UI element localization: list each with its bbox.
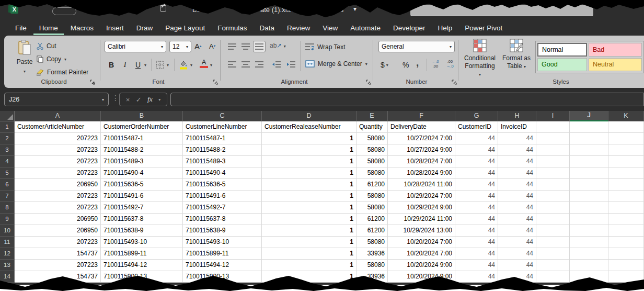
cell-J10[interactable] [570, 225, 608, 237]
align-left-button[interactable] [226, 59, 238, 70]
increase-indent-button[interactable] [284, 59, 297, 70]
cell-D8[interactable]: 1 [262, 202, 356, 214]
column-header-K[interactable]: K [608, 111, 644, 121]
cell-J13[interactable] [570, 260, 608, 271]
tab-page-layout[interactable]: Page Layout [159, 22, 211, 35]
cell-H5[interactable]: 44 [498, 167, 536, 179]
cell-K2[interactable] [608, 133, 644, 144]
cell-J3[interactable] [570, 144, 608, 156]
tab-data[interactable]: Data [254, 22, 280, 35]
column-header-B[interactable]: B [101, 111, 183, 121]
cell-D4[interactable]: 1 [262, 156, 356, 167]
cell-F7[interactable]: 10/29/2024 7:00 [388, 191, 455, 202]
decrease-decimal-button[interactable]: .00 →.0 [446, 59, 454, 69]
cell-A9[interactable]: 206950 [15, 214, 101, 225]
italic-button[interactable]: I [121, 59, 129, 71]
cell-H1[interactable]: InvoiceID [498, 121, 536, 133]
cell-E2[interactable]: 58080 [356, 133, 388, 144]
cell-B14[interactable]: 7100115900-13 [101, 271, 183, 283]
cell-K14[interactable] [608, 271, 644, 283]
cell-G2[interactable]: 44 [455, 133, 498, 144]
cell-F8[interactable]: 10/29/2024 9:00 [388, 202, 455, 214]
tab-formulas[interactable]: Formulas [212, 22, 252, 35]
cell-C4[interactable]: 7100115489-3 [183, 156, 262, 167]
cell-E10[interactable]: 61200 [356, 225, 388, 237]
cell-C13[interactable]: 7100115494-12 [183, 260, 262, 271]
tab-view[interactable]: View [317, 22, 343, 35]
decrease-indent-button[interactable] [270, 59, 282, 70]
clipboard-dialog-launcher-icon[interactable] [90, 80, 96, 85]
align-top-button[interactable] [226, 41, 238, 52]
cell-D14[interactable]: 1 [262, 271, 356, 283]
cell-I7[interactable] [536, 191, 570, 202]
cell-I13[interactable] [536, 260, 570, 271]
cell-D11[interactable]: 1 [262, 237, 356, 248]
cell-K1[interactable] [608, 121, 644, 133]
tab-review[interactable]: Review [281, 22, 316, 35]
enter-button[interactable]: ✓ [136, 96, 142, 104]
cell-I9[interactable] [536, 214, 570, 225]
formula-input[interactable] [170, 93, 644, 106]
cell-A2[interactable]: 207223 [15, 133, 101, 144]
fx-chevron-icon[interactable]: ▾ [158, 97, 160, 102]
cell-J1[interactable] [570, 121, 608, 133]
align-bottom-button[interactable] [253, 41, 266, 52]
cell-F10[interactable]: 10/29/2024 13:00 [388, 225, 455, 237]
cell-C1[interactable]: CustomerLineNumber [183, 121, 262, 133]
cell-B8[interactable]: 7100115492-7 [101, 202, 183, 214]
fill-color-chevron-icon[interactable]: ▾ [190, 63, 192, 68]
underline-button[interactable]: U [134, 59, 142, 71]
font-dialog-launcher-icon[interactable] [213, 80, 218, 85]
column-header-G[interactable]: G [455, 111, 498, 121]
row-header-11[interactable]: 11 [0, 237, 15, 248]
cell-G1[interactable]: CustomerID [455, 121, 498, 133]
cell-J4[interactable] [570, 156, 608, 167]
title-dropdown-chevron-icon[interactable]: ▾ [353, 5, 356, 13]
increase-font-size-button[interactable]: A▴ [194, 40, 202, 52]
cell-K3[interactable] [608, 144, 644, 156]
cell-I1[interactable] [536, 121, 570, 133]
column-header-J[interactable]: J [570, 111, 608, 121]
cell-D9[interactable]: 1 [262, 214, 356, 225]
number-dialog-launcher-icon[interactable] [452, 80, 457, 85]
cell-J5[interactable] [570, 167, 608, 179]
format-painter-button[interactable]: Format Painter [37, 67, 88, 77]
decrease-font-size-button[interactable]: A▾ [209, 40, 215, 52]
cell-E9[interactable]: 61200 [356, 214, 388, 225]
cell-A10[interactable]: 206950 [15, 225, 101, 237]
cell-I11[interactable] [536, 237, 570, 248]
row-header-10[interactable]: 10 [0, 225, 15, 237]
row-header-7[interactable]: 7 [0, 191, 15, 202]
cell-A14[interactable]: 154737 [15, 271, 101, 283]
style-normal[interactable]: Normal [537, 43, 587, 57]
cell-I8[interactable] [536, 202, 570, 214]
cell-A11[interactable]: 207223 [15, 237, 101, 248]
fill-color-icon[interactable] [179, 60, 188, 70]
cell-J14[interactable] [570, 271, 608, 283]
tab-developer[interactable]: Developer [387, 22, 431, 35]
paste-button[interactable]: Paste ▾ [13, 40, 37, 80]
cell-E13[interactable]: 58080 [356, 260, 388, 271]
row-header-13[interactable]: 13 [0, 260, 15, 271]
cell-H14[interactable]: 44 [498, 271, 536, 283]
cell-F1[interactable]: DeliveryDate [388, 121, 455, 133]
cell-A6[interactable]: 206950 [15, 179, 101, 191]
cell-K12[interactable] [608, 248, 644, 260]
cell-B5[interactable]: 7100115490-4 [101, 167, 183, 179]
cut-button[interactable]: Cut [37, 41, 56, 51]
cell-A7[interactable]: 207223 [15, 191, 101, 202]
align-middle-button[interactable] [239, 41, 252, 52]
cell-C2[interactable]: 7100115487-1 [183, 133, 262, 144]
cell-D5[interactable]: 1 [262, 167, 356, 179]
conditional-formatting-button[interactable]: Conditional Formatting ▾ [463, 39, 497, 79]
cell-E6[interactable]: 61200 [356, 179, 388, 191]
bold-button[interactable]: B [107, 59, 116, 71]
column-header-F[interactable]: F [388, 111, 455, 121]
borders-chevron-icon[interactable]: ▾ [167, 63, 169, 68]
cell-G12[interactable]: 44 [455, 248, 498, 260]
cell-G4[interactable]: 44 [455, 156, 498, 167]
cell-C10[interactable]: 7100115638-9 [183, 225, 262, 237]
cell-C11[interactable]: 7100115493-10 [183, 237, 262, 248]
wrap-text-button[interactable]: Wrap Text [305, 43, 346, 51]
increase-decimal-button[interactable]: ←.0 .00 [432, 59, 439, 69]
